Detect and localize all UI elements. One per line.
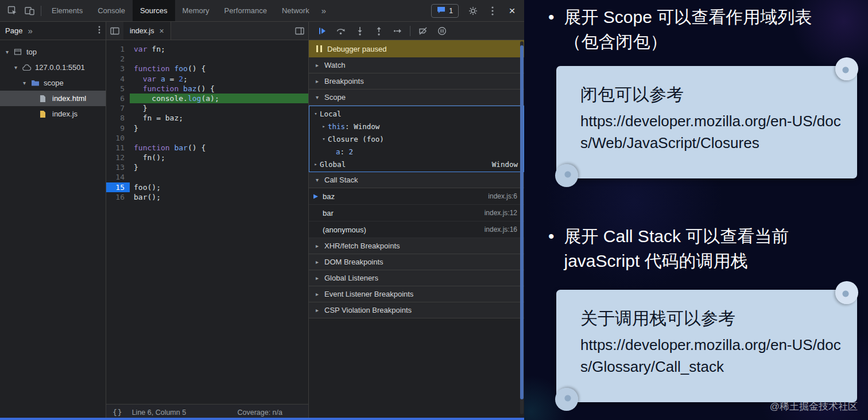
section-dom-breakpoints[interactable]: ▸DOM Breakpoints — [309, 254, 524, 270]
line-number[interactable]: 12 — [106, 153, 130, 162]
stack-frame-anonymous[interactable]: (anonymous)index.js:16 — [309, 221, 524, 238]
disclosure-triangle-icon[interactable]: ▾ — [12, 64, 20, 71]
line-number[interactable]: 7 — [106, 103, 130, 113]
code-line-7[interactable]: 7 } — [106, 103, 308, 113]
code-line-14[interactable]: 14 — [106, 172, 308, 182]
code-line-4[interactable]: 4 var a = 2; — [106, 74, 308, 84]
disclosure-triangle-icon[interactable]: ▾ — [3, 49, 11, 55]
bullet-scope-text: 展开 Scope 可以查看作用域列表（包含闭包） — [564, 5, 823, 54]
code-line-9[interactable]: 9} — [106, 123, 308, 133]
section-watch[interactable]: ▸Watch — [309, 57, 524, 73]
line-number[interactable]: 13 — [106, 162, 130, 172]
tree-item-index-html[interactable]: index.html — [0, 91, 106, 106]
navigator-more-tabs-icon[interactable]: » — [28, 26, 32, 36]
code-line-1[interactable]: 1var fn; — [106, 44, 308, 54]
section-global-listeners[interactable]: ▸Global Listeners — [309, 270, 524, 286]
variable-value: 2 — [349, 147, 354, 156]
scope-entry-closure-foo[interactable]: ▾Closure (foo) — [309, 133, 524, 145]
section-breakpoints[interactable]: ▸Breakpoints — [309, 73, 524, 90]
file-name: 127.0.0.1:5501 — [35, 63, 85, 72]
step-out-icon[interactable] — [369, 24, 388, 38]
scope-entry-global[interactable]: ▸GlobalWindow — [309, 158, 524, 170]
navigator-tab-page[interactable]: Page — [5, 26, 22, 35]
screenshot-root: ElementsConsoleSourcesMemoryPerformanceN… — [0, 0, 868, 420]
code-text: } — [130, 123, 308, 133]
line-number[interactable]: 8 — [106, 113, 130, 123]
toolbar-divider — [410, 26, 410, 36]
line-number[interactable]: 10 — [106, 133, 130, 143]
disclosure-triangle-icon: ▾ — [313, 177, 321, 183]
tab-console[interactable]: Console — [90, 0, 133, 21]
line-number[interactable]: 14 — [106, 172, 130, 182]
line-number[interactable]: 11 — [106, 143, 130, 153]
line-number[interactable]: 4 — [106, 74, 130, 84]
stack-frame-bar[interactable]: barindex.js:12 — [309, 205, 524, 221]
code-area[interactable]: 1var fn;23function foo() {4 var a = 2;5 … — [106, 40, 308, 404]
scope-entry-a[interactable]: a: 2 — [309, 145, 524, 158]
bullet-dot: • — [548, 224, 555, 273]
show-debugger-panel-icon[interactable] — [291, 22, 308, 40]
close-devtools-icon[interactable]: × — [503, 2, 521, 20]
tree-item-index-js[interactable]: index.js — [0, 106, 106, 122]
code-line-12[interactable]: 12 fn(); — [106, 153, 308, 162]
code-line-3[interactable]: 3function foo() { — [106, 64, 308, 73]
navigator-kebab-icon[interactable] — [98, 26, 100, 36]
section-scope[interactable]: ▾Scope — [309, 90, 524, 106]
device-toolbar-icon[interactable] — [21, 2, 38, 20]
disclosure-triangle-icon[interactable]: ▾ — [21, 80, 28, 86]
code-line-16[interactable]: 16bar(); — [106, 192, 308, 202]
line-number[interactable]: 16 — [106, 192, 130, 202]
line-number[interactable]: 15 — [106, 182, 130, 192]
code-line-11[interactable]: 11function bar() { — [106, 143, 308, 153]
issues-counter[interactable]: 1 — [431, 4, 459, 18]
tab-network[interactable]: Network — [274, 0, 317, 21]
section-csp-violation-breakpoints[interactable]: ▸CSP Violation Breakpoints — [309, 302, 524, 318]
section-title: XHR/fetch Breakpoints — [324, 242, 400, 250]
tree-item-127-0-0-1-5501[interactable]: ▾127.0.0.1:5501 — [0, 60, 106, 75]
section-event-listener-breakpoints[interactable]: ▸Event Listener Breakpoints — [309, 286, 524, 302]
editor-tab-indexjs[interactable]: index.js × — [123, 22, 171, 40]
tab-memory[interactable]: Memory — [175, 0, 217, 21]
frame-function-name: baz — [323, 192, 335, 201]
line-number[interactable]: 2 — [106, 54, 130, 64]
tree-item-top[interactable]: ▾top — [0, 44, 106, 60]
code-line-5[interactable]: 5 function baz() { — [106, 84, 308, 94]
pretty-print-icon[interactable]: {} — [113, 408, 123, 417]
pause-on-exceptions-icon[interactable] — [432, 24, 451, 38]
tab-performance[interactable]: Performance — [217, 0, 274, 21]
kebab-menu-icon[interactable] — [484, 2, 501, 20]
code-line-13[interactable]: 13} — [106, 162, 308, 172]
line-number[interactable]: 5 — [106, 84, 130, 94]
resume-script-icon[interactable] — [312, 24, 331, 38]
code-line-10[interactable]: 10 — [106, 133, 308, 143]
settings-gear-icon[interactable] — [464, 2, 482, 20]
code-line-6[interactable]: 6 console.log(a); — [106, 94, 308, 103]
line-number[interactable]: 6 — [106, 94, 130, 103]
step-icon[interactable] — [388, 24, 407, 38]
code-line-2[interactable]: 2 — [106, 54, 308, 64]
tree-item-scope[interactable]: ▾scope — [0, 75, 106, 91]
stack-frame-baz[interactable]: bazindex.js:6 — [309, 188, 524, 205]
scope-entry-local[interactable]: ▾Local — [309, 107, 524, 120]
hide-navigator-icon[interactable] — [106, 22, 123, 40]
line-number[interactable]: 1 — [106, 44, 130, 54]
devtools-body: Page » ▾top▾127.0.0.1:5501▾scopeindex.ht… — [0, 22, 524, 420]
tab-elements[interactable]: Elements — [44, 0, 90, 21]
deactivate-breakpoints-icon[interactable] — [413, 24, 432, 38]
slide-panel: • 展开 Scope 可以查看作用域列表（包含闭包） 闭包可以参考 https:… — [524, 0, 868, 420]
line-number[interactable]: 3 — [106, 64, 130, 73]
tab-close-icon[interactable]: × — [159, 26, 164, 36]
code-line-8[interactable]: 8 fn = baz; — [106, 113, 308, 123]
section-xhr-fetch-breakpoints[interactable]: ▸XHR/fetch Breakpoints — [309, 238, 524, 254]
panel-scrollbar[interactable] — [520, 41, 524, 414]
inspect-element-icon[interactable] — [3, 2, 21, 20]
code-line-15[interactable]: 15foo(); — [106, 182, 308, 192]
section-call-stack[interactable]: ▾Call Stack — [309, 172, 524, 188]
step-into-icon[interactable] — [350, 24, 369, 38]
step-over-icon[interactable] — [331, 24, 350, 38]
more-tabs-icon[interactable]: » — [317, 6, 331, 15]
tab-sources[interactable]: Sources — [133, 0, 175, 21]
scrollbar-thumb[interactable] — [520, 45, 524, 400]
scope-entry-this[interactable]: ▸this: Window — [309, 120, 524, 133]
line-number[interactable]: 9 — [106, 123, 130, 133]
